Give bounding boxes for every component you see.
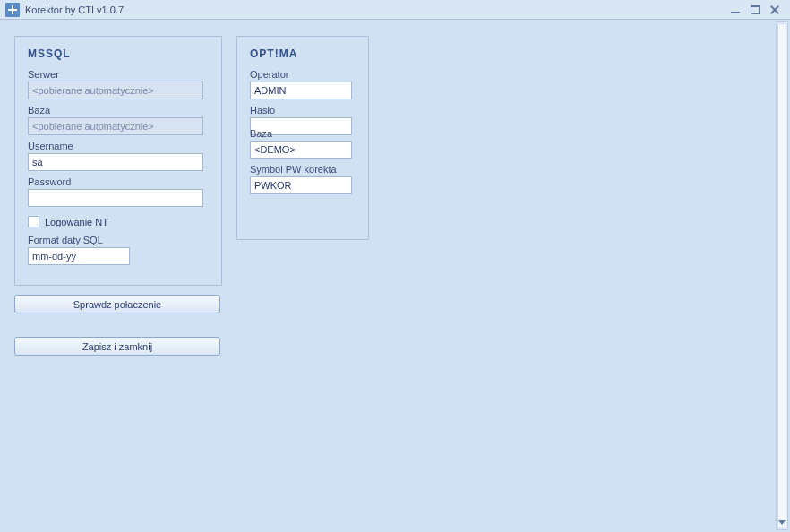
sprawdz-button[interactable]: Sprawdz połaczenie bbox=[14, 295, 220, 313]
mssql-username-label: Username bbox=[28, 141, 209, 151]
optima-symbolpw-input[interactable] bbox=[250, 176, 352, 194]
scroll-thumb[interactable] bbox=[777, 23, 786, 528]
format-daty-label: Format daty SQL bbox=[28, 235, 209, 245]
close-icon[interactable] bbox=[769, 4, 781, 16]
content: MSSQL Serwer Baza Username Password bbox=[14, 36, 772, 356]
optima-haslo-label: Hasło bbox=[250, 105, 356, 116]
mssql-server-input bbox=[28, 82, 203, 99]
app-icon bbox=[5, 3, 20, 17]
scrollbar[interactable] bbox=[776, 21, 788, 530]
optima-group: OPT!MA Operator Hasło Baza Baza Symbol bbox=[236, 36, 369, 240]
mssql-baza-label: Baza bbox=[28, 105, 209, 116]
window-title: Korektor by CTI v1.0.7 bbox=[25, 4, 729, 15]
maximize-icon[interactable] bbox=[749, 4, 761, 16]
optima-baza-input[interactable] bbox=[250, 141, 352, 159]
logowanie-nt-label: Logowanie NT bbox=[45, 217, 108, 227]
format-daty-input[interactable] bbox=[28, 247, 130, 265]
optima-title: OPT!MA bbox=[250, 47, 356, 60]
scroll-down-icon[interactable] bbox=[777, 517, 786, 528]
window-controls bbox=[729, 4, 786, 16]
optima-operator-input[interactable] bbox=[250, 82, 352, 99]
zapisz-button[interactable]: Zapisz i zamknij bbox=[14, 337, 220, 356]
mssql-password-input[interactable] bbox=[28, 189, 203, 207]
mssql-group: MSSQL Serwer Baza Username Password bbox=[14, 36, 222, 286]
optima-symbolpw-label: Symbol PW korekta bbox=[250, 164, 356, 175]
title-bar: Korektor by CTI v1.0.7 bbox=[0, 0, 790, 20]
logowanie-nt-checkbox[interactable] bbox=[28, 216, 39, 227]
mssql-password-label: Password bbox=[28, 176, 209, 187]
client-area: MSSQL Serwer Baza Username Password bbox=[0, 20, 790, 532]
minimize-icon[interactable] bbox=[729, 4, 742, 16]
mssql-username-input[interactable] bbox=[28, 153, 203, 171]
mssql-baza-input bbox=[28, 117, 203, 135]
optima-operator-label: Operator bbox=[250, 69, 356, 80]
mssql-server-label: Serwer bbox=[28, 69, 209, 80]
mssql-title: MSSQL bbox=[28, 47, 209, 60]
